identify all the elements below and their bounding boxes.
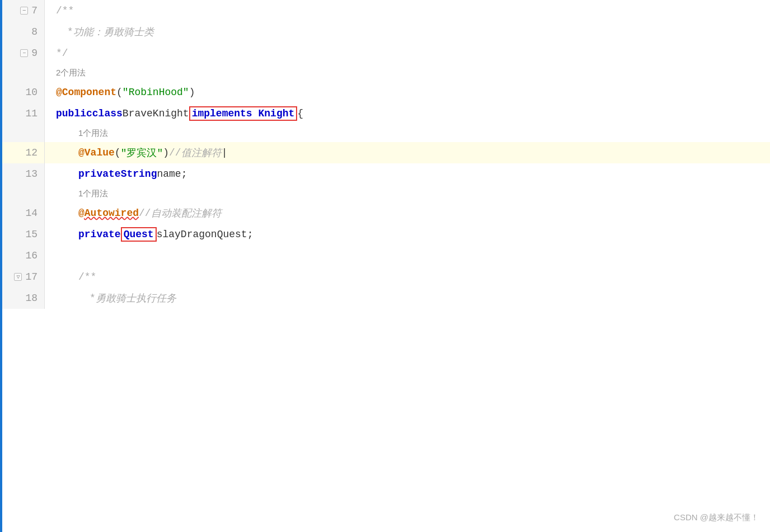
line-number-11: 11	[0, 103, 45, 124]
var-slaydragon: slayDragonQuest;	[157, 229, 253, 240]
line-number-9: − 9	[0, 43, 45, 64]
left-accent-bar	[0, 0, 2, 532]
code-row-11: 11 public class BraveKnight implements K…	[0, 103, 770, 124]
code-row-16: 16	[0, 245, 770, 266]
code-row-10: 10 @Component("RobinHood")	[0, 82, 770, 103]
code-row-7: − 7 /**	[0, 0, 770, 21]
line-content-14: @Autowired // 自动装配注解符	[45, 203, 770, 224]
line-content-11: public class BraveKnight implements Knig…	[45, 103, 770, 124]
cursor-12: |	[222, 147, 228, 158]
doc-comment-star-18: *	[90, 293, 96, 304]
code-row-14: 14 @Autowired // 自动装配注解符	[0, 203, 770, 224]
comment-autowired-text: 自动装配注解符	[151, 206, 222, 220]
fold-icon-17[interactable]: ▽	[14, 273, 22, 281]
code-row-9: − 9 */	[0, 43, 770, 64]
code-row-8: 8 * 功能：勇敢骑士类	[0, 21, 770, 43]
line-content-15: private Quest slayDragonQuest;	[45, 224, 770, 245]
paren-close-12: )	[163, 147, 169, 158]
line-number-14: 14	[0, 203, 45, 224]
line-number-8: 8	[0, 21, 45, 43]
usage-hint-row-1b: 1个用法	[0, 185, 770, 203]
comment-open-7: /**	[56, 5, 74, 16]
type-quest-highlighted: Quest	[121, 227, 157, 242]
line-content-16	[45, 245, 770, 266]
fold-icon-9[interactable]: −	[20, 49, 28, 57]
string-robinhan: "罗宾汉"	[121, 146, 163, 159]
doc-comment-star-8: *	[67, 26, 73, 37]
code-row-13: 13 private String name;	[0, 163, 770, 185]
var-name-13: name;	[157, 168, 187, 180]
line-content-13: private String name;	[45, 163, 770, 185]
usage-hint-text-1b: 1个用法	[78, 189, 108, 199]
paren-open-12: (	[115, 147, 121, 158]
line-number-17: ▽ 17	[0, 266, 45, 288]
paren-close-10: )	[189, 87, 195, 98]
line-content-8: * 功能：勇敢骑士类	[45, 21, 770, 43]
line-content-10: @Component("RobinHood")	[45, 82, 770, 103]
line-number-16: 16	[0, 245, 45, 266]
string-robinhood: "RobinHood"	[123, 87, 189, 98]
doc-comment-open-17: /**	[78, 271, 96, 283]
code-row-17: ▽ 17 /**	[0, 266, 770, 288]
doc-comment-text-18: 勇敢骑士执行任务	[96, 291, 176, 305]
usage-hint-1a[interactable]: 1个用法	[45, 124, 770, 142]
line-content-7: /**	[45, 0, 770, 21]
usage-hint-text-1a: 1个用法	[78, 128, 108, 139]
line-content-18: * 勇敢骑士执行任务	[45, 288, 770, 309]
code-row-18: 18 * 勇敢骑士执行任务	[0, 288, 770, 309]
annotation-autowired: @Autowired	[78, 208, 139, 219]
code-row-15: 15 private Quest slayDragonQuest;	[0, 224, 770, 245]
comment-close-9: */	[56, 48, 68, 59]
open-brace-11: {	[297, 108, 303, 119]
usage-hint-row-2: 2个用法	[0, 64, 770, 82]
line-number-13: 13	[0, 163, 45, 185]
kw-private-13: private	[78, 168, 121, 180]
usage-hint-row-1a: 1个用法	[0, 124, 770, 142]
line-number-7: − 7	[0, 0, 45, 21]
sidebar-hint-1a	[0, 124, 45, 142]
usage-hint-1b[interactable]: 1个用法	[45, 185, 770, 203]
line-number-18: 18	[0, 288, 45, 309]
kw-private-15: private	[78, 229, 121, 240]
line-number-12: 12	[0, 142, 45, 163]
line-content-12: @Value("罗宾汉") // 值注解符|	[45, 142, 770, 163]
implements-knight-highlighted: implements Knight	[189, 106, 298, 121]
kw-public-11: public	[56, 108, 92, 119]
code-area: − 7 /** 8 * 功能：勇敢骑士类 −	[0, 0, 770, 532]
editor-container: − 7 /** 8 * 功能：勇敢骑士类 −	[0, 0, 770, 532]
type-string-13: String	[121, 168, 157, 180]
paren-open-10: (	[116, 87, 123, 98]
doc-comment-text-8: 功能：勇敢骑士类	[73, 25, 154, 39]
sidebar-hint-1b	[0, 185, 45, 203]
code-wrapper: − 7 /** 8 * 功能：勇敢骑士类 −	[0, 0, 770, 532]
usage-hint-text-2: 2个用法	[56, 68, 86, 78]
watermark: CSDN @越来越不懂！	[674, 512, 759, 523]
kw-class-11: class	[92, 108, 123, 119]
sidebar-hint-2	[0, 64, 45, 82]
line-number-10: 10	[0, 82, 45, 103]
comment-value-annotation: 值注解符	[181, 146, 222, 159]
code-row-12: 12 @Value("罗宾汉") // 值注解符|	[0, 142, 770, 163]
line-content-9: */	[45, 43, 770, 64]
annotation-value: @Value	[78, 147, 115, 158]
fold-icon-7[interactable]: −	[20, 7, 28, 15]
annotation-component: @Component	[56, 87, 116, 98]
usage-hint-2[interactable]: 2个用法	[45, 64, 770, 82]
classname-braveknight: BraveKnight	[123, 108, 189, 119]
line-content-17: /**	[45, 266, 770, 288]
line-number-15: 15	[0, 224, 45, 245]
comment-slashes-12: //	[169, 147, 181, 158]
comment-slashes-14: //	[139, 208, 151, 219]
